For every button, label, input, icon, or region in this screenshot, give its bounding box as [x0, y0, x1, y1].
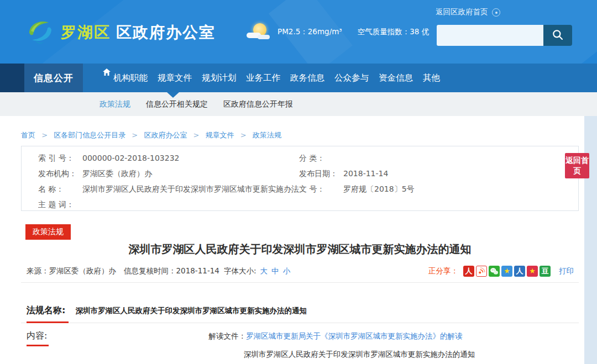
- subnav-item-related-rules[interactable]: 信息公开相关规定: [146, 99, 208, 109]
- site-logo[interactable]: 罗湖区 区政府办公室: [25, 19, 216, 46]
- meta-document-number: 文 号：罗府规〔2018〕5号: [299, 184, 578, 200]
- search-input[interactable]: [437, 25, 543, 46]
- interpretation-link[interactable]: 罗湖区城市更新局关于《深圳市罗湖区城市更新实施办法》的解读: [246, 331, 463, 340]
- return-circle-icon: [492, 8, 500, 17]
- subnav-item-policies[interactable]: 政策法规: [100, 99, 130, 109]
- star-share-icon[interactable]: ★: [527, 266, 538, 277]
- qzone-share-icon[interactable]: ★: [501, 266, 512, 277]
- site-search: [437, 25, 572, 46]
- content-first-line: 深圳市罗湖区人民政府关于印发深圳市罗湖区城市更新实施办法的通知: [122, 350, 597, 360]
- meta-index-number: 索 引 号：000000-02-2018-103232: [38, 154, 299, 169]
- nav-item-gov-info[interactable]: 政务信息: [290, 72, 324, 84]
- breadcrumb: 首页 > 区各部门信息公开目录 > 区政府办公室 > 规章文件 > 政策法规: [21, 130, 281, 140]
- tab-info-disclosure[interactable]: 信息公开: [24, 64, 83, 92]
- active-nav-pointer: [167, 92, 179, 98]
- font-size-medium[interactable]: 中: [271, 266, 279, 276]
- content-label: 内容:: [27, 330, 47, 342]
- regulation-name-row: 法规名称: 深圳市罗湖区人民政府关于印发深圳市罗湖区城市更新实施办法的通知: [27, 305, 307, 316]
- nav-item-org[interactable]: 机构职能: [113, 72, 148, 84]
- share-label: 正分享：: [428, 266, 458, 276]
- divider: [21, 282, 579, 283]
- category-badge: 政策法规: [25, 224, 71, 240]
- return-to-district-home-link[interactable]: 返回区政府首页: [436, 7, 500, 17]
- meta-issuing-agency: 发布机构：罗湖区委（政府）办: [38, 169, 299, 184]
- breadcrumb-directory[interactable]: 区各部门信息公开目录: [54, 131, 125, 139]
- meta-document-name: 名 称：深圳市罗湖区人民政府关于印发深圳市罗湖区城市更新实施办法的通知: [38, 184, 299, 200]
- interpretation-prefix: 解读文件：: [209, 331, 247, 340]
- font-size-small[interactable]: 小: [283, 266, 291, 276]
- article-review-time: 信息复核时间：2018-11-14: [124, 266, 219, 276]
- regulation-name-label: 法规名称:: [27, 305, 65, 316]
- divider: [21, 323, 579, 323]
- renren-red-share-icon[interactable]: 人: [463, 266, 474, 277]
- breadcrumb-regulations[interactable]: 规章文件: [206, 131, 234, 139]
- district-name: 罗湖区: [61, 22, 111, 43]
- breadcrumb-home[interactable]: 首页: [21, 131, 35, 139]
- meta-publish-date: 发布日期：2018-11-14: [299, 169, 578, 184]
- home-icon[interactable]: [103, 67, 111, 78]
- nav-item-other[interactable]: 其他: [423, 72, 440, 84]
- document-meta-table: 索 引 号：000000-02-2018-103232 分 类： 发布机构：罗湖…: [21, 146, 579, 211]
- meta-subject-words: 主 题 词：: [38, 200, 299, 215]
- nav-left-spacer: [0, 64, 24, 92]
- print-link[interactable]: 打印: [559, 266, 574, 276]
- sub-nav: 政策法规 信息公开相关规定 区政府信息公开年报: [0, 92, 597, 116]
- nav-menu: 机构职能 规章文件 规划计划 业务工作 政务信息 公众参与 资金信息 其他: [113, 64, 440, 92]
- search-button[interactable]: [543, 25, 572, 46]
- douban-share-icon[interactable]: 豆: [540, 266, 551, 277]
- meta-category: 分 类：: [299, 154, 578, 169]
- logo-swirl-icon: [25, 19, 55, 46]
- nav-item-regulations[interactable]: 规章文件: [158, 72, 192, 84]
- nav-item-business[interactable]: 业务工作: [246, 72, 280, 84]
- article-meta-row: 来源：罗湖区委（政府）办 信息复核时间：2018-11-14 字体大小: 大 中…: [27, 266, 574, 277]
- breadcrumb-policies[interactable]: 政策法规: [253, 131, 281, 139]
- article-source: 来源：罗湖区委（政府）办: [27, 266, 116, 276]
- share-bar: 正分享： 人 ★ 人 ★ 豆 打印: [428, 266, 574, 277]
- nav-item-participation[interactable]: 公众参与: [334, 72, 369, 84]
- return-home-button[interactable]: 返回首页: [565, 153, 589, 178]
- breadcrumb-office[interactable]: 区政府办公室: [144, 131, 187, 139]
- office-name: 区政府办公室: [116, 22, 216, 43]
- search-icon: [552, 29, 564, 43]
- sun-cloud-icon: [247, 23, 271, 41]
- regulation-name-value: 深圳市罗湖区人民政府关于印发深圳市罗湖区城市更新实施办法的通知: [75, 306, 307, 316]
- interpretation-line: 解读文件：罗湖区城市更新局关于《深圳市罗湖区城市更新实施办法》的解读: [92, 331, 579, 341]
- article-title: 深圳市罗湖区人民政府关于印发深圳市罗湖区城市更新实施办法的通知: [21, 242, 579, 257]
- subnav-item-annual-report[interactable]: 区政府信息公开年报: [223, 99, 293, 109]
- font-size-label: 字体大小:: [224, 266, 256, 276]
- site-header: 罗湖区 区政府办公室 PM2.5：26mg/m³ 空气质量指数：38 优 26~…: [0, 0, 597, 64]
- main-nav: 信息公开 机构职能 规章文件 规划计划 业务工作 政务信息 公众参与 资金信息 …: [0, 64, 597, 92]
- red-accent-underline: [27, 321, 69, 323]
- renren-blue-share-icon[interactable]: 人: [514, 266, 525, 277]
- weibo-share-icon[interactable]: [476, 266, 487, 277]
- red-accent-underline: [27, 345, 49, 346]
- pm25-value: PM2.5：26mg/m³: [277, 27, 342, 37]
- wechat-share-icon[interactable]: [489, 266, 500, 277]
- nav-item-funds[interactable]: 资金信息: [379, 72, 413, 84]
- nav-item-planning[interactable]: 规划计划: [202, 72, 236, 84]
- font-size-large[interactable]: 大: [260, 266, 268, 276]
- aqi-value: 空气质量指数：38 优: [358, 27, 429, 37]
